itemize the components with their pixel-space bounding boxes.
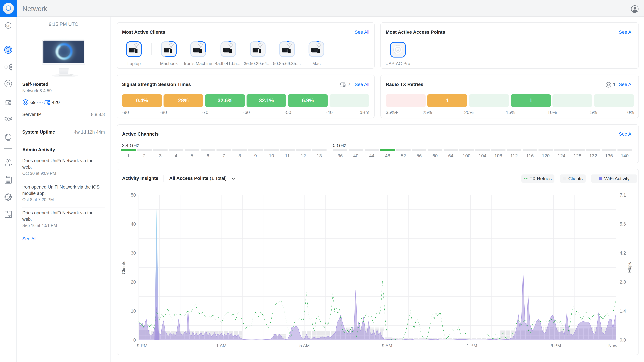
svg-text:1 AM: 1 AM bbox=[216, 343, 226, 348]
svg-text:7.1: 7.1 bbox=[620, 193, 626, 198]
svg-text:40: 40 bbox=[131, 222, 136, 227]
svg-text:30: 30 bbox=[131, 251, 136, 256]
svg-text:20: 20 bbox=[131, 280, 136, 285]
svg-text:6 PM: 6 PM bbox=[550, 343, 561, 348]
svg-text:9 AM: 9 AM bbox=[382, 343, 392, 348]
svg-text:50: 50 bbox=[131, 193, 136, 198]
svg-text:1.4: 1.4 bbox=[620, 309, 626, 314]
svg-text:4.2: 4.2 bbox=[620, 251, 626, 256]
svg-text:10: 10 bbox=[131, 309, 136, 314]
svg-text:CP: CP bbox=[6, 24, 10, 27]
svg-text:0: 0 bbox=[133, 338, 136, 343]
svg-text:2.8: 2.8 bbox=[620, 280, 626, 285]
svg-text:1 PM: 1 PM bbox=[466, 343, 477, 348]
svg-text:Mbps: Mbps bbox=[627, 262, 632, 273]
svg-text:0.0: 0.0 bbox=[620, 338, 626, 343]
svg-text:Now: Now bbox=[608, 343, 618, 348]
svg-text:5.6: 5.6 bbox=[620, 222, 626, 227]
svg-text:5 AM: 5 AM bbox=[299, 343, 310, 348]
svg-text:Clients: Clients bbox=[121, 261, 126, 274]
svg-text:9 PM: 9 PM bbox=[137, 343, 148, 348]
